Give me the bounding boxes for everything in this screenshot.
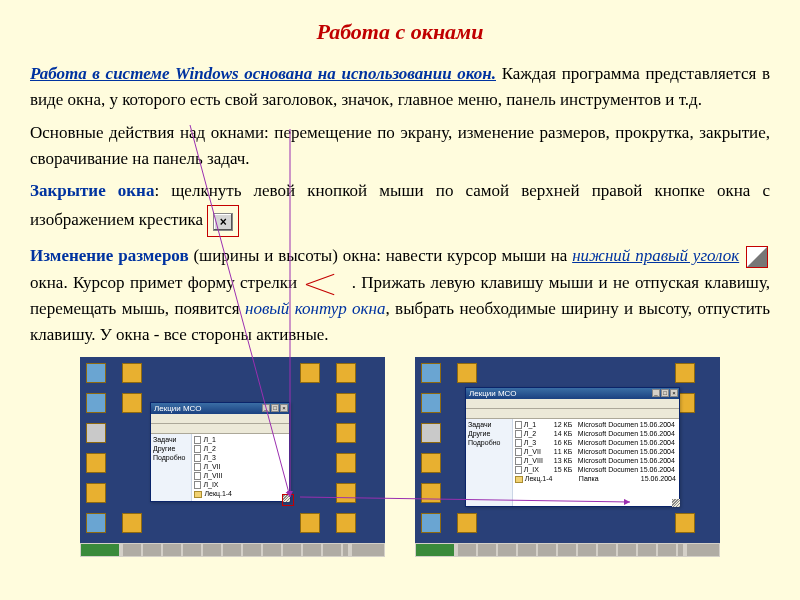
desktop-icon — [336, 423, 356, 443]
minimize-icon: _ — [262, 404, 270, 412]
desktop-icon — [421, 513, 441, 533]
taskbar — [415, 543, 720, 557]
desktop-icon — [86, 513, 106, 533]
system-tray — [687, 544, 719, 556]
document-icon — [194, 454, 201, 462]
document-icon — [515, 439, 522, 447]
desktop-icon — [421, 483, 441, 503]
minimize-icon: _ — [652, 389, 660, 397]
side-link: Подробно — [468, 439, 510, 448]
maximize-icon: □ — [271, 404, 279, 412]
desktop-icon — [122, 393, 142, 413]
desktop-icon — [421, 453, 441, 473]
screenshot-before: Лекции МСО _ □ × Задачи Другие Подробно … — [80, 357, 385, 557]
document-icon — [515, 457, 522, 465]
folder-icon — [515, 476, 523, 483]
desktop-icon — [336, 483, 356, 503]
document-icon — [194, 436, 201, 444]
close-label: Закрытие окна — [30, 181, 154, 200]
file-row: Лекц.1-4Папка15.06.2004 — [515, 475, 677, 484]
desktop-icon — [86, 423, 106, 443]
window-toolbar — [466, 409, 679, 419]
window-title: Лекции МСО — [469, 389, 516, 398]
resize-text-b: окна. Курсор примет форму стрелки — [30, 273, 302, 292]
desktop-icon — [457, 363, 477, 383]
close-icon: × — [280, 404, 288, 412]
resize-handle — [672, 499, 680, 507]
start-button — [416, 544, 454, 556]
desktop-icon — [122, 513, 142, 533]
system-tray — [352, 544, 384, 556]
document-icon — [515, 448, 522, 456]
document-icon — [515, 466, 522, 474]
window-side-panel: Задачи Другие Подробно — [466, 419, 513, 506]
desktop-icon — [675, 363, 695, 383]
slide-title: Работа с окнами — [30, 15, 770, 49]
lead-sentence: Работа в системе Windows основана на исп… — [30, 64, 496, 83]
resize-handle-icon — [746, 246, 768, 268]
screenshot-after: Лекции МСО _ □ × Задачи Другие Подробно … — [415, 357, 720, 557]
desktop-icon — [457, 513, 477, 533]
contour-phrase: новый контур окна — [245, 299, 385, 318]
paragraph-resize: Изменение размеров (ширины и высоты) окн… — [30, 243, 770, 348]
explorer-window-small: Лекции МСО _ □ × Задачи Другие Подробно … — [150, 402, 290, 502]
desktop-icon — [336, 363, 356, 383]
document-icon — [194, 445, 201, 453]
desktop-icon — [86, 483, 106, 503]
desktop-icon — [86, 363, 106, 383]
screenshots-row: Лекции МСО _ □ × Задачи Другие Подробно … — [30, 357, 770, 557]
paragraph-close: Закрытие окна: щелкнуть левой кнопкой мы… — [30, 178, 770, 237]
desktop-icon — [421, 423, 441, 443]
desktop-icon — [675, 513, 695, 533]
desktop-icon — [336, 453, 356, 473]
desktop-icon — [86, 393, 106, 413]
desktop-icon — [421, 363, 441, 383]
desktop-icon — [421, 393, 441, 413]
desktop-icon — [86, 453, 106, 473]
file-list-detail: Л_112 КБMicrosoft Document15.06.2004 Л_2… — [513, 419, 679, 506]
desktop-icon — [336, 513, 356, 533]
window-buttons: _ □ × — [652, 389, 678, 397]
side-link: Подробно — [153, 454, 189, 463]
desktop-icon — [336, 393, 356, 413]
diagonal-arrow-icon — [306, 277, 342, 291]
start-button — [81, 544, 119, 556]
file-list: Л_1 Л_2 Л_3 Л_VII Л_VIII Л_IX Лекц.1-4 — [192, 434, 289, 501]
folder-icon — [194, 491, 202, 498]
desktop-icon — [300, 363, 320, 383]
desktop-icon — [300, 513, 320, 533]
desktop-icon — [122, 363, 142, 383]
close-icon: × — [213, 213, 233, 231]
window-menubar — [151, 414, 289, 424]
document-icon — [194, 481, 201, 489]
window-title: Лекции МСО — [154, 404, 201, 413]
window-body: Задачи Другие Подробно Л_1 Л_2 Л_3 Л_VII… — [151, 434, 289, 501]
window-toolbar — [151, 424, 289, 434]
paragraph-intro: Работа в системе Windows основана на исп… — [30, 61, 770, 114]
callout-box — [282, 494, 294, 506]
document-icon — [194, 463, 201, 471]
taskbar-tasks — [458, 544, 683, 556]
file-item: Лекц.1-4 — [194, 490, 287, 499]
resize-text-a: (ширины и высоты) окна: навести курсор м… — [189, 246, 573, 265]
document-icon — [515, 421, 522, 429]
taskbar — [80, 543, 385, 557]
window-buttons: _ □ × — [262, 404, 288, 412]
document-icon — [515, 430, 522, 438]
paragraph-actions: Основные действия над окнами: перемещени… — [30, 120, 770, 173]
close-icon: × — [670, 389, 678, 397]
window-titlebar: Лекции МСО _ □ × — [151, 403, 289, 414]
close-button-callout: × — [207, 205, 239, 237]
resize-label: Изменение размеров — [30, 246, 189, 265]
explorer-window-large: Лекции МСО _ □ × Задачи Другие Подробно … — [465, 387, 680, 507]
window-side-panel: Задачи Другие Подробно — [151, 434, 192, 501]
maximize-icon: □ — [661, 389, 669, 397]
window-titlebar: Лекции МСО _ □ × — [466, 388, 679, 399]
corner-phrase: нижний правый уголок — [572, 246, 739, 265]
taskbar-tasks — [123, 544, 348, 556]
document-icon — [194, 472, 201, 480]
window-body: Задачи Другие Подробно Л_112 КБMicrosoft… — [466, 419, 679, 506]
window-menubar — [466, 399, 679, 409]
